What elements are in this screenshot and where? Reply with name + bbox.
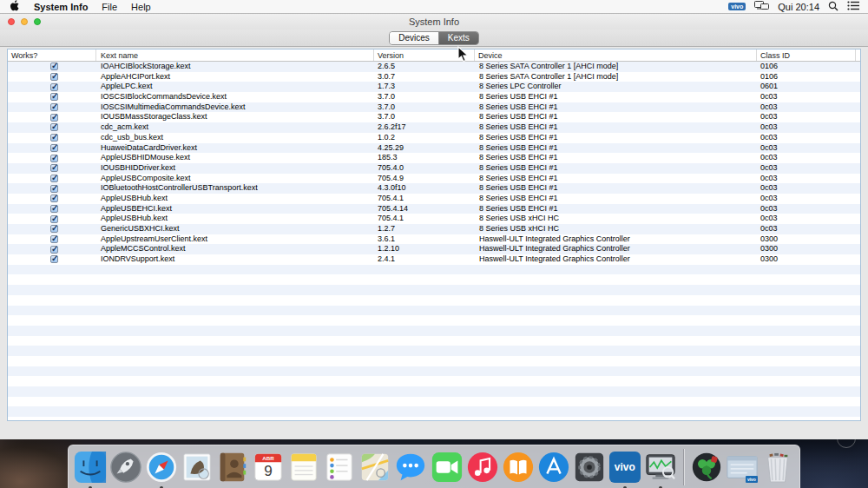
device-cell: 8 Series USB EHCI #1	[475, 163, 757, 174]
table-row[interactable]: AppleUSBHub.kext 705.4.1 8 Series USB xH…	[8, 214, 860, 224]
kext-name-cell: AppleUSBHub.kext	[96, 214, 374, 224]
table-row[interactable]: IOSCSIBlockCommandsDevice.kext 3.7.0 8 S…	[8, 92, 860, 102]
dock-system-preferences-icon[interactable]	[573, 450, 606, 485]
works-checkbox[interactable]	[50, 63, 58, 70]
version-cell: 2.6.2f17	[374, 122, 475, 133]
displays-status-icon[interactable]	[754, 1, 769, 12]
table-row[interactable]: AppleUSBHub.kext 705.4.1 8 Series USB EH…	[8, 194, 860, 204]
menu-clock[interactable]: Qui 20:14	[778, 2, 819, 12]
table-row[interactable]: AppleUSBEHCI.kext 705.4.14 8 Series USB …	[8, 204, 860, 214]
dock-calendar-icon[interactable]: ABR 9	[252, 450, 285, 485]
menu-item-help[interactable]: Help	[131, 2, 151, 12]
dock-mail-icon[interactable]	[181, 450, 214, 485]
works-checkbox[interactable]	[50, 93, 58, 101]
apple-menu-icon[interactable]	[10, 0, 20, 13]
column-header-kext-name[interactable]: Kext name	[96, 49, 374, 61]
works-checkbox[interactable]	[50, 175, 58, 182]
table-row[interactable]: AppleUpstreamUserClient.kext 3.6.1 Haswe…	[8, 234, 860, 245]
version-cell: 705.4.14	[374, 204, 475, 214]
vivo-status-icon[interactable]: vivo	[728, 3, 746, 10]
table-row[interactable]: IOUSBHIDDriver.kext 705.4.0 8 Series USB…	[8, 163, 860, 174]
dock-itunes-icon[interactable]	[466, 450, 499, 485]
version-cell: 4.25.29	[374, 143, 475, 154]
works-checkbox[interactable]	[50, 225, 58, 233]
menu-app-name[interactable]: System Info	[34, 2, 88, 12]
class-id-cell: 0300	[757, 234, 856, 245]
table-row[interactable]: AppleUSBComposite.kext 705.4.9 8 Series …	[8, 174, 860, 184]
dock-system-monitor-icon[interactable]	[644, 450, 677, 485]
works-checkbox[interactable]	[50, 155, 58, 162]
dock-window-preview-icon[interactable]: vivo	[726, 450, 759, 485]
dock-safari-icon[interactable]	[145, 450, 178, 485]
table-row[interactable]: AppleLPC.kext 1.7.3 8 Series LPC Control…	[8, 82, 860, 92]
version-cell: 4.3.0f10	[374, 183, 475, 194]
table-row[interactable]: IOAHCIBlockStorage.kext 2.6.5 8 Series S…	[8, 62, 860, 72]
device-cell: 8 Series USB EHCI #1	[475, 183, 757, 194]
class-id-cell: 0c03	[757, 112, 856, 122]
works-checkbox[interactable]	[50, 103, 58, 111]
table-row[interactable]: IOUSBMassStorageClass.kext 3.7.0 8 Serie…	[8, 112, 860, 122]
class-id-cell: 0c03	[757, 174, 856, 184]
device-cell: 8 Series SATA Controller 1 [AHCI mode]	[475, 72, 757, 82]
works-checkbox[interactable]	[50, 144, 58, 152]
works-checkbox[interactable]	[50, 215, 58, 223]
table-row[interactable]: IOBluetoothHostControllerUSBTransport.ke…	[8, 183, 860, 194]
works-checkbox[interactable]	[50, 73, 58, 81]
class-id-cell: 0c03	[757, 133, 856, 143]
table-row[interactable]: GenericUSBXHCI.kext 1.2.7 8 Series USB x…	[8, 224, 860, 234]
table-row[interactable]: IONDRVSupport.kext 2.4.1 Haswell-ULT Int…	[8, 254, 860, 265]
dock-clover-app-icon[interactable]	[690, 450, 723, 485]
dock-contacts-icon[interactable]	[216, 450, 249, 485]
dock-finder-icon[interactable]	[74, 450, 107, 485]
svg-text:9: 9	[265, 463, 273, 479]
column-header-class-id[interactable]: Class ID	[757, 49, 856, 61]
window-titlebar[interactable]: System Info	[0, 14, 868, 30]
device-cell: 8 Series USB xHCI HC	[475, 224, 757, 234]
works-checkbox[interactable]	[50, 114, 58, 122]
works-checkbox[interactable]	[50, 246, 58, 254]
version-cell: 3.0.7	[374, 72, 475, 82]
works-checkbox[interactable]	[50, 235, 58, 243]
zoom-button[interactable]	[34, 18, 41, 25]
kext-name-cell: cdc_acm.kext	[96, 122, 374, 133]
dock-messages-icon[interactable]	[394, 450, 427, 485]
minimize-button[interactable]	[21, 18, 28, 25]
dock-ibooks-icon[interactable]	[502, 450, 535, 485]
works-checkbox[interactable]	[50, 255, 58, 263]
column-header-device[interactable]: Device	[475, 49, 757, 61]
close-button[interactable]	[8, 18, 15, 25]
dock-vivo-app-icon[interactable]: vivo	[608, 450, 641, 485]
table-row[interactable]: cdc_acm.kext 2.6.2f17 8 Series USB EHCI …	[8, 122, 860, 133]
dock-facetime-icon[interactable]	[431, 450, 464, 485]
spotlight-search-icon[interactable]	[828, 1, 838, 13]
dock-launchpad-icon[interactable]	[109, 450, 142, 485]
table-row[interactable]: HuaweiDataCardDriver.kext 4.25.29 8 Seri…	[8, 143, 860, 154]
kext-name-cell: AppleMCCSControl.kext	[96, 244, 374, 254]
version-cell: 3.7.0	[374, 102, 475, 113]
dock-trash-icon[interactable]	[761, 450, 794, 485]
table-row[interactable]: AppleUSBHIDMouse.kext 185.3 8 Series USB…	[8, 153, 860, 163]
notification-center-icon[interactable]	[847, 1, 859, 12]
works-checkbox[interactable]	[50, 123, 58, 131]
table-row[interactable]: AppleMCCSControl.kext 1.2.10 Haswell-ULT…	[8, 244, 860, 254]
works-checkbox[interactable]	[50, 205, 58, 213]
table-row[interactable]: AppleAHCIPort.kext 3.0.7 8 Series SATA C…	[8, 72, 860, 82]
dock-notes-icon[interactable]	[287, 450, 320, 485]
column-header-works[interactable]: Works?	[8, 49, 96, 61]
tab-kexts[interactable]: Kexts	[438, 32, 478, 44]
dock-reminders-icon[interactable]	[323, 450, 356, 485]
table-row[interactable]: IOSCSIMultimediaCommandsDevice.kext 3.7.…	[8, 102, 860, 113]
menu-item-file[interactable]: File	[102, 2, 117, 12]
tab-devices[interactable]: Devices	[390, 32, 438, 44]
works-checkbox[interactable]	[50, 185, 58, 193]
dock-maps-icon[interactable]	[358, 450, 391, 485]
works-checkbox[interactable]	[50, 195, 58, 202]
works-checkbox[interactable]	[50, 164, 58, 172]
dock-app-store-icon[interactable]	[537, 450, 570, 485]
window-title: System Info	[409, 16, 459, 27]
works-checkbox[interactable]	[50, 134, 58, 142]
table-row[interactable]: cdc_usb_bus.kext 1.0.2 8 Series USB EHCI…	[8, 133, 860, 143]
kext-name-cell: IOUSBMassStorageClass.kext	[96, 112, 374, 122]
kext-name-cell: AppleUSBComposite.kext	[96, 174, 374, 184]
works-checkbox[interactable]	[50, 83, 58, 91]
